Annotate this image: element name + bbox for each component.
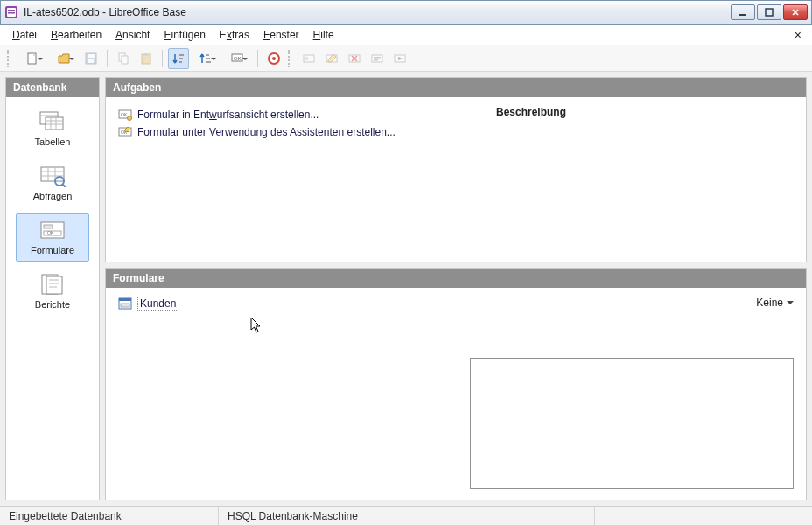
svg-rect-19 xyxy=(305,57,308,60)
form-item-icon xyxy=(118,297,132,311)
svg-rect-8 xyxy=(88,54,94,58)
svg-point-38 xyxy=(128,116,132,121)
form-design-icon: OK xyxy=(118,108,132,122)
menu-datei[interactable]: Datei xyxy=(5,27,44,43)
svg-rect-9 xyxy=(88,60,94,63)
svg-rect-27 xyxy=(46,117,63,130)
new-document-button[interactable] xyxy=(18,48,47,69)
status-bar: Eingebettete Datenbank HSQL Datenbank-Ma… xyxy=(0,506,812,525)
menu-ansicht[interactable]: Ansicht xyxy=(108,27,157,43)
forms-icon: OK xyxy=(38,219,66,242)
main-area: Aufgaben OK Formular in Entwurfsansicht … xyxy=(105,77,807,500)
status-cell-embedded: Eingebettete Datenbank xyxy=(0,507,219,525)
forms-panel: Formulare Kunden Keine xyxy=(105,268,807,500)
tables-icon xyxy=(38,110,66,133)
svg-text:OK: OK xyxy=(121,112,128,117)
menu-extras[interactable]: Extras xyxy=(213,27,256,43)
task-label: Formular in Entwurfsansicht erstellen... xyxy=(137,108,318,121)
svg-text:OK: OK xyxy=(47,230,54,235)
menu-bearbeiten[interactable]: Bearbeiten xyxy=(44,27,108,43)
sort-descending-button[interactable] xyxy=(191,48,220,69)
menu-hilfe[interactable]: Hilfe xyxy=(306,27,341,43)
window-buttons xyxy=(731,4,808,20)
help-button[interactable] xyxy=(263,48,284,69)
toolbar-handle[interactable] xyxy=(7,50,10,67)
status-cell-empty xyxy=(595,507,812,525)
app-icon xyxy=(4,5,18,19)
preview-mode-dropdown[interactable]: Keine xyxy=(756,297,794,309)
sidebar-item-label: Tabellen xyxy=(35,136,71,147)
toolbar-handle-2[interactable] xyxy=(288,50,291,67)
paste-button[interactable] xyxy=(136,48,157,69)
maximize-button[interactable] xyxy=(757,4,781,20)
task-create-form-design[interactable]: OK Formular in Entwurfsansicht erstellen… xyxy=(118,106,479,123)
form-open-icon[interactable] xyxy=(298,48,319,69)
window-title: IL-ates6502.odb - LibreOffice Base xyxy=(24,6,731,18)
description-heading: Beschreibung xyxy=(496,106,794,118)
svg-rect-22 xyxy=(372,55,382,62)
close-button[interactable] xyxy=(783,4,808,20)
copy-button[interactable] xyxy=(113,48,134,69)
form-run-icon[interactable] xyxy=(389,48,410,69)
svg-rect-23 xyxy=(374,57,381,59)
save-button[interactable] xyxy=(80,48,102,69)
form-wizard-icon: OK xyxy=(118,125,132,139)
form-edit-icon[interactable] xyxy=(321,48,342,69)
preview-box xyxy=(470,358,794,489)
svg-rect-2 xyxy=(8,10,15,11)
status-cell-engine: HSQL Datenbank-Maschine xyxy=(219,507,595,525)
form-new-button[interactable]: OK xyxy=(222,48,252,69)
list-item[interactable]: Kunden xyxy=(118,297,178,311)
workspace: Datenbank Tabellen Abfragen OK Formulare… xyxy=(0,72,812,506)
task-label: Formular unter Verwendung des Assistente… xyxy=(137,126,396,138)
minimize-button[interactable] xyxy=(731,4,755,20)
close-document-button[interactable]: × xyxy=(789,28,807,42)
svg-rect-13 xyxy=(144,53,148,56)
window-titlebar: IL-ates6502.odb - LibreOffice Base xyxy=(0,0,812,24)
sidebar-item-tabellen[interactable]: Tabellen xyxy=(16,104,89,153)
svg-point-17 xyxy=(272,57,276,60)
svg-text:OK: OK xyxy=(234,56,242,61)
preview-mode-label: Keine xyxy=(756,297,783,309)
svg-rect-35 xyxy=(46,276,62,294)
sort-ascending-button[interactable] xyxy=(168,48,189,69)
svg-rect-4 xyxy=(739,14,746,16)
task-create-form-wizard[interactable]: OK Formular unter Verwendung des Assiste… xyxy=(118,123,479,141)
queries-icon xyxy=(38,164,66,187)
sidebar-item-label: Abfragen xyxy=(33,191,73,201)
database-sidebar: Datenbank Tabellen Abfragen OK Formulare… xyxy=(5,77,100,500)
sidebar-title: Datenbank xyxy=(6,78,99,97)
form-rename-icon[interactable] xyxy=(367,48,388,69)
svg-rect-42 xyxy=(119,298,131,301)
tasks-panel: Aufgaben OK Formular in Entwurfsansicht … xyxy=(105,77,807,262)
toolbar: OK xyxy=(0,46,812,72)
menu-einfuegen[interactable]: Einfügen xyxy=(157,27,212,43)
sidebar-item-label: Berichte xyxy=(35,299,70,310)
menu-bar: Datei Bearbeiten Ansicht Einfügen Extras… xyxy=(0,24,812,46)
sidebar-item-label: Formulare xyxy=(31,245,74,256)
svg-rect-24 xyxy=(374,60,378,61)
svg-rect-3 xyxy=(8,12,15,14)
svg-rect-31 xyxy=(44,225,52,228)
menu-fenster[interactable]: Fenster xyxy=(256,27,306,43)
open-document-button[interactable] xyxy=(49,48,79,69)
form-delete-icon[interactable] xyxy=(344,48,365,69)
svg-rect-18 xyxy=(304,55,314,62)
svg-rect-5 xyxy=(766,9,773,16)
svg-rect-11 xyxy=(122,56,128,64)
svg-rect-28 xyxy=(41,167,64,181)
sidebar-item-berichte[interactable]: Berichte xyxy=(16,267,89,316)
forms-title: Formulare xyxy=(106,269,806,288)
sidebar-item-abfragen[interactable]: Abfragen xyxy=(16,158,89,207)
tasks-title: Aufgaben xyxy=(106,78,806,97)
reports-icon xyxy=(38,273,66,296)
list-item-label: Kunden xyxy=(137,297,178,311)
sidebar-item-formulare[interactable]: OK Formulare xyxy=(16,213,89,262)
svg-rect-43 xyxy=(121,304,130,307)
